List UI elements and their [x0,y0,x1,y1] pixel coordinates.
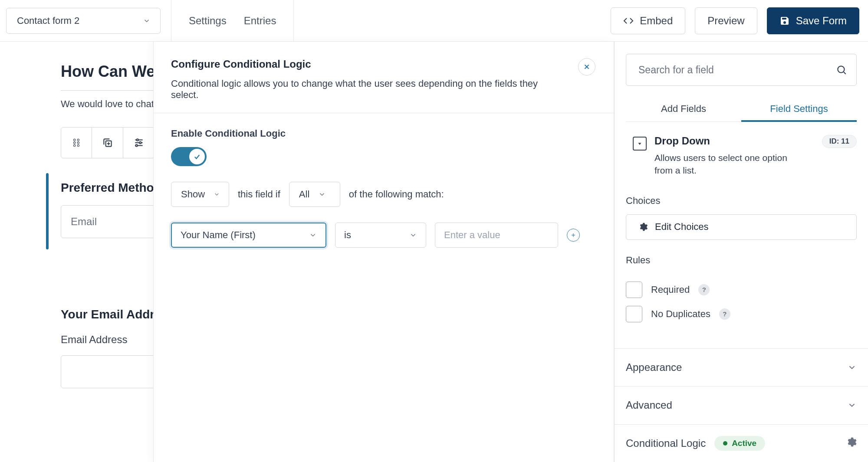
duplicate-button[interactable] [92,127,123,158]
logic-sentence: Show this field if All of the following … [171,182,596,207]
topbar: Contact form 2 Settings Entries Embed Pr… [0,0,868,42]
save-button[interactable]: Save Form [767,7,859,34]
accordion-conditional-logic[interactable]: Conditional Logic Active [615,424,868,462]
svg-point-13 [838,66,844,72]
svg-point-2 [74,142,76,144]
edit-choices-button[interactable]: Edit Choices [626,214,857,240]
sliders-icon [133,137,145,148]
preview-button-label: Preview [707,15,744,27]
embed-button[interactable]: Embed [611,7,685,34]
conditional-logic-modal: Configure Conditional Logic Conditional … [153,42,614,462]
required-label: Required [651,284,690,295]
chevron-down-icon [847,363,857,372]
dropdown-field-icon [633,137,647,151]
accordion-label: Advanced [626,399,672,411]
modal-description: Conditional logic allows you to change w… [171,78,561,101]
gear-icon [638,222,648,232]
svg-point-8 [136,139,138,141]
modal-header: Configure Conditional Logic Conditional … [154,42,614,113]
sidebar-tabs: Add Fields Field Settings [626,96,857,122]
right-sidebar: Add Fields Field Settings Drop Down Allo… [614,42,868,462]
code-icon [623,16,634,26]
tab-settings[interactable]: Settings [189,15,227,27]
field-id-chip: ID: 11 [822,135,857,148]
chevron-down-icon [318,190,326,198]
scope-select[interactable]: All [289,182,340,207]
tab-entries[interactable]: Entries [244,15,276,27]
svg-point-3 [77,142,79,144]
action-select-value: Show [181,189,205,200]
accordion-label: Appearance [626,361,682,374]
svg-point-5 [77,144,79,146]
svg-marker-15 [638,143,641,145]
duplicate-icon [102,137,113,148]
svg-line-14 [844,72,846,74]
help-required[interactable]: ? [698,284,710,295]
field-type-name: Drop Down [654,135,802,147]
separator [293,0,294,41]
modal-title: Configure Conditional Logic [171,58,561,70]
preview-button[interactable]: Preview [695,7,757,34]
chevron-down-icon [847,400,857,410]
close-modal-button[interactable] [578,58,595,75]
add-rule-button[interactable] [567,229,580,242]
rule-field-value: Your Name (First) [181,229,256,241]
checkbox-required[interactable] [626,282,642,298]
help-no-duplicates[interactable]: ? [719,308,730,320]
search-icon [836,64,847,75]
gear-icon [846,437,857,447]
logic-text: this field if [238,189,280,200]
enable-logic-toggle[interactable] [171,147,207,166]
plus-icon [570,232,576,238]
tab-field-settings[interactable]: Field Settings [741,96,857,121]
form-selector[interactable]: Contact form 2 [6,8,161,34]
close-icon [583,63,591,71]
accordion-label: Conditional Logic [626,437,706,449]
scope-select-value: All [299,189,309,200]
embed-button-label: Embed [640,15,673,27]
accordion-advanced[interactable]: Advanced [615,386,868,424]
chevron-down-icon [143,17,151,25]
field-settings-button[interactable] [123,127,155,158]
rule-row: Your Name (First) is [171,223,596,248]
drag-handle-button[interactable] [61,127,92,158]
top-actions: Embed Preview Save Form [611,7,859,34]
svg-point-1 [77,139,79,141]
field-header: Drop Down Allows users to select one opt… [626,122,857,180]
logic-text: of the following match: [349,189,444,200]
svg-point-10 [139,142,141,144]
drag-handle-icon [71,137,82,148]
active-chip-label: Active [732,439,756,448]
form-selector-label: Contact form 2 [17,15,79,26]
svg-point-12 [135,144,137,146]
tab-add-fields[interactable]: Add Fields [626,96,741,121]
active-status-chip: Active [714,436,765,451]
checkbox-no-duplicates[interactable] [626,306,642,322]
choices-label: Choices [626,195,857,206]
field-type-desc: Allows users to select one option from a… [654,151,802,177]
check-icon [193,153,201,161]
rule-value-input[interactable] [435,223,558,248]
rule-operator-select[interactable]: is [335,223,426,248]
toggle-knob [189,149,205,164]
chevron-down-icon [214,190,220,198]
status-dot-icon [723,441,727,446]
configure-conditional-logic-button[interactable] [846,437,857,450]
dropdown-preview-value: Email [71,216,97,228]
no-duplicates-label: No Duplicates [651,308,710,320]
modal-body: Enable Conditional Logic Show this field… [154,113,614,262]
accordion-appearance[interactable]: Appearance [615,348,868,386]
svg-point-0 [74,139,76,141]
rules-label: Rules [626,255,857,266]
chevron-down-icon [409,231,417,239]
enable-logic-label: Enable Conditional Logic [171,128,596,139]
rule-field-select[interactable]: Your Name (First) [171,223,326,248]
svg-point-4 [74,144,76,146]
action-select[interactable]: Show [171,182,229,207]
rule-operator-value: is [344,229,351,241]
chevron-down-icon [309,231,317,239]
field-search-input[interactable] [626,54,857,86]
edit-choices-label: Edit Choices [655,221,709,233]
save-button-label: Save Form [796,15,847,27]
top-tabs: Settings Entries [171,15,276,27]
